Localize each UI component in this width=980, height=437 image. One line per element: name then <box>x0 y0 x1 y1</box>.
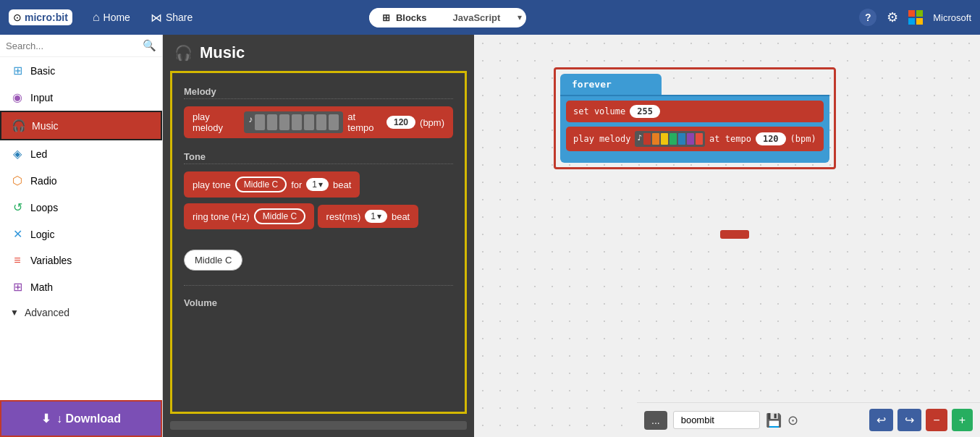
play-tone-block[interactable]: play tone Middle C for 1 ▾ beat <box>184 171 360 198</box>
note-icon: ♪ <box>248 114 253 130</box>
sidebar-item-advanced[interactable]: ▼ Advanced <box>0 300 162 325</box>
variables-icon: ≡ <box>10 254 25 267</box>
music-panel-content: Melody play melody ♪ at tempo 120 (bpm) <box>170 71 467 414</box>
logo-text: micro:bit <box>25 12 68 23</box>
standalone-note-block[interactable]: Middle C <box>184 250 242 271</box>
rest-dropdown-arrow: ▾ <box>377 211 381 221</box>
horizontal-scrollbar[interactable] <box>170 421 467 430</box>
github-button[interactable]: ⊙ <box>787 412 798 428</box>
forever-melody-colors: ♪ <box>635 131 705 147</box>
sidebar-item-radio[interactable]: ⬡ Radio <box>0 167 162 194</box>
download-icon: ⬇ <box>41 412 51 425</box>
forever-inner: set volume 255 play melody ♪ <box>560 95 829 163</box>
basic-icon: ⊞ <box>10 64 25 77</box>
forever-block-label[interactable]: forever <box>560 74 662 95</box>
tone-section-title: Tone <box>184 151 453 162</box>
home-button[interactable]: ⌂ Home <box>87 8 136 27</box>
search-icon: 🔍 <box>143 39 156 51</box>
ring-note-pill: Middle C <box>254 208 305 224</box>
music-panel-header: 🎧 Music <box>163 35 474 71</box>
volume-section-title: Volume <box>184 297 453 308</box>
undo-icon: ↩ <box>876 414 886 426</box>
math-icon: ⊞ <box>10 280 25 294</box>
share-button[interactable]: ⋈ Share <box>145 8 198 27</box>
sidebar-item-input[interactable]: ◉ Input <box>0 84 162 111</box>
top-navigation: ⊙ micro:bit ⌂ Home ⋈ Share ⊞ Blocks Java… <box>0 0 980 35</box>
beat-dropdown[interactable]: 1 ▾ <box>306 178 329 191</box>
music-panel-title: Music <box>200 43 245 62</box>
rest-block[interactable]: rest(ms) 1 ▾ beat <box>318 205 419 228</box>
main-layout: 🔍 ⊞ Basic ◉ Input 🎧 Music ◈ Led ⬡ Radi <box>0 35 980 437</box>
sidebar: 🔍 ⊞ Basic ◉ Input 🎧 Music ◈ Led ⬡ Radi <box>0 35 163 437</box>
sidebar-items: ⊞ Basic ◉ Input 🎧 Music ◈ Led ⬡ Radio ↺ … <box>0 57 162 400</box>
blocks-icon: ⊞ <box>382 12 390 23</box>
sidebar-item-music[interactable]: 🎧 Music <box>0 111 162 140</box>
forever-container: forever set volume 255 play melody ♪ <box>554 67 836 169</box>
sidebar-item-math[interactable]: ⊞ Math <box>0 273 162 300</box>
music-panel-icon: 🎧 <box>174 44 193 61</box>
canvas-area[interactable]: forever set volume 255 play melody ♪ <box>474 35 980 437</box>
microsoft-logo <box>908 10 923 25</box>
blocks-js-toggle: ⊞ Blocks JavaScript ▾ <box>369 8 526 27</box>
sidebar-item-basic[interactable]: ⊞ Basic <box>0 57 162 84</box>
search-button[interactable]: 🔍 <box>143 39 156 52</box>
note-icon-small: ♪ <box>637 133 642 145</box>
settings-button[interactable]: ⚙ <box>887 9 898 25</box>
logo-box: ⊙ micro:bit <box>9 9 72 25</box>
redo-button[interactable]: ↪ <box>897 409 921 431</box>
led-icon: ◈ <box>10 147 25 161</box>
bottom-bar: ... 💾 ⊙ ↩ ↪ − + <box>637 402 980 437</box>
sidebar-item-logic[interactable]: ✕ Logic <box>0 221 162 247</box>
save-button[interactable]: 💾 <box>766 412 782 428</box>
zoom-in-icon: + <box>959 414 966 426</box>
search-input[interactable] <box>6 41 143 51</box>
sidebar-item-loops[interactable]: ↺ Loops <box>0 194 162 221</box>
radio-icon: ⬡ <box>10 174 25 187</box>
chevron-icon: ▼ <box>10 307 19 318</box>
zoom-in-button[interactable]: + <box>952 409 973 431</box>
set-volume-block[interactable]: set volume 255 <box>566 101 824 122</box>
ellipsis-button[interactable]: ... <box>644 411 667 430</box>
volume-value-pill: 255 <box>630 105 660 118</box>
share-icon: ⋈ <box>151 11 162 25</box>
search-bar: 🔍 <box>0 35 162 57</box>
sidebar-item-led[interactable]: ◈ Led <box>0 140 162 167</box>
toggle-dropdown-button[interactable]: ▾ <box>513 8 526 27</box>
melody-section-title: Melody <box>184 86 453 97</box>
forever-tempo-pill: 120 <box>756 132 786 145</box>
help-button[interactable]: ? <box>859 9 876 26</box>
loops-icon: ↺ <box>10 200 25 214</box>
music-panel: 🎧 Music Melody play melody ♪ at tem <box>163 35 474 437</box>
download-button[interactable]: ⬇ ↓ Download <box>0 400 162 437</box>
rest-beat-dropdown[interactable]: 1 ▾ <box>365 210 387 223</box>
redo-icon: ↪ <box>905 414 914 426</box>
microsoft-label: Microsoft <box>933 12 971 23</box>
bottom-right-buttons: ↩ ↪ − + <box>869 409 973 431</box>
nav-right: ? ⚙ Microsoft <box>859 9 971 26</box>
dropdown-arrow: ▾ <box>318 179 323 190</box>
project-name-input[interactable] <box>673 411 760 429</box>
javascript-tab[interactable]: JavaScript <box>440 8 514 27</box>
tempo-pill: 120 <box>386 116 415 129</box>
play-melody-block[interactable]: play melody ♪ at tempo 120 (bpm) <box>184 106 453 138</box>
home-icon: ⌂ <box>93 11 100 24</box>
undo-button[interactable]: ↩ <box>869 409 893 431</box>
logo-area: ⊙ micro:bit <box>9 9 72 25</box>
blocks-tab[interactable]: ⊞ Blocks <box>369 8 439 27</box>
logic-icon: ✕ <box>10 227 25 241</box>
zoom-out-icon: − <box>933 414 939 426</box>
small-floating-block <box>720 230 749 239</box>
forever-play-melody-block[interactable]: play melody ♪ at tempo 120 (bpm) <box>566 127 824 151</box>
melody-grid: ♪ <box>244 111 343 133</box>
ring-tone-block[interactable]: ring tone (Hz) Middle C <box>184 203 314 229</box>
github-icon: ⊙ <box>787 413 798 428</box>
help-icon: ? <box>859 9 876 26</box>
zoom-out-button[interactable]: − <box>926 409 947 431</box>
logo-icon: ⊙ <box>13 12 22 23</box>
tone-note-pill: Middle C <box>235 177 287 192</box>
sidebar-item-variables[interactable]: ≡ Variables <box>0 247 162 273</box>
gear-icon: ⚙ <box>887 10 898 25</box>
save-icon: 💾 <box>766 413 782 428</box>
music-icon: 🎧 <box>12 119 26 132</box>
input-icon: ◉ <box>10 90 25 104</box>
